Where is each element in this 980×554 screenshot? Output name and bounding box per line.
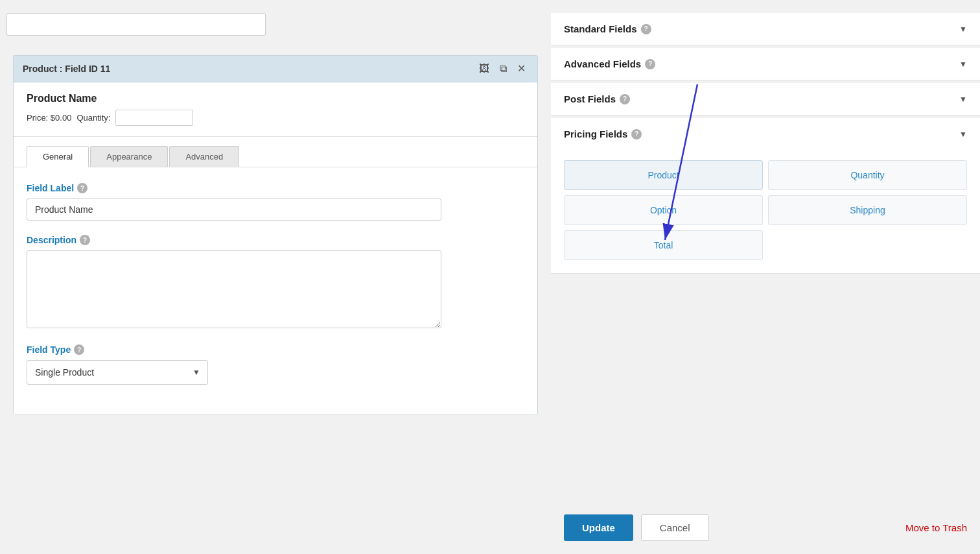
advanced-fields-chevron-icon: ▼ [959, 60, 967, 69]
pricing-total-button[interactable]: Total [564, 230, 763, 260]
field-preview-price: Price: $0.00 Quantity: [27, 110, 524, 126]
price-label: Price: $0.00 [27, 113, 71, 123]
quantity-label: Quantity: [76, 113, 110, 123]
pricing-product-button[interactable]: Product [564, 160, 763, 190]
description-help-icon[interactable]: ? [80, 235, 90, 245]
close-icon-button[interactable]: ✕ [515, 62, 528, 75]
pricing-quantity-button[interactable]: Quantity [768, 160, 967, 190]
field-type-group: Field Type ? Single Product Multiple Pro… [27, 344, 524, 385]
field-editor-title: Product : Field ID 11 [23, 64, 110, 74]
post-fields-header[interactable]: Post Fields ? ▼ [551, 83, 980, 115]
field-preview-name: Product Name [27, 93, 524, 104]
pricing-shipping-button[interactable]: Shipping [768, 195, 967, 225]
field-type-select-wrapper: Single Product Multiple Products Subscri… [27, 360, 208, 385]
standard-fields-help-icon[interactable]: ? [641, 24, 651, 34]
field-label-help-icon[interactable]: ? [77, 183, 88, 193]
tabs-container: General Appearance Advanced [14, 137, 537, 167]
advanced-fields-label: Advanced Fields [564, 58, 641, 69]
field-editor-icons: 🖼 ⧉ ✕ [476, 62, 528, 75]
search-bar[interactable] [6, 13, 266, 36]
left-panel: Product : Field ID 11 🖼 ⧉ ✕ Product Name… [0, 0, 551, 554]
pricing-fields-label: Pricing Fields [564, 128, 627, 139]
pricing-fields-help-icon[interactable]: ? [631, 129, 642, 139]
cancel-button[interactable]: Cancel [641, 514, 709, 541]
field-label-group: Field Label ? [27, 183, 524, 221]
field-label-input[interactable] [27, 199, 441, 221]
update-button[interactable]: Update [564, 514, 633, 541]
standard-fields-header[interactable]: Standard Fields ? ▼ [551, 13, 980, 45]
standard-fields-label: Standard Fields [564, 23, 637, 34]
post-fields-header-left: Post Fields ? [564, 93, 630, 104]
pricing-fields-section: Pricing Fields ? ▼ Product Quantity Opti… [551, 118, 980, 274]
description-label: Description ? [27, 235, 524, 245]
bottom-actions: Update Cancel Move to Trash [551, 501, 980, 554]
tab-general[interactable]: General [27, 146, 89, 167]
description-group: Description ? [27, 235, 524, 330]
quantity-input[interactable] [115, 110, 193, 126]
advanced-fields-header[interactable]: Advanced Fields ? ▼ [551, 48, 980, 80]
move-to-trash-button[interactable]: Move to Trash [905, 522, 967, 533]
right-panel: Standard Fields ? ▼ Advanced Fields ? ▼ … [551, 0, 980, 554]
post-fields-help-icon[interactable]: ? [620, 94, 630, 104]
advanced-fields-header-left: Advanced Fields ? [564, 58, 655, 69]
advanced-fields-help-icon[interactable]: ? [645, 59, 655, 69]
field-form: Field Label ? Description ? Field Type ? [14, 167, 537, 415]
advanced-fields-section: Advanced Fields ? ▼ [551, 48, 980, 80]
pricing-option-button[interactable]: Option [564, 195, 763, 225]
tab-appearance[interactable]: Appearance [90, 146, 168, 167]
field-type-help-icon[interactable]: ? [74, 344, 84, 355]
pricing-fields-header[interactable]: Pricing Fields ? ▼ [551, 118, 980, 150]
standard-fields-header-left: Standard Fields ? [564, 23, 651, 34]
field-type-select[interactable]: Single Product Multiple Products Subscri… [27, 360, 208, 385]
post-fields-section: Post Fields ? ▼ [551, 83, 980, 115]
standard-fields-section: Standard Fields ? ▼ [551, 13, 980, 45]
post-fields-label: Post Fields [564, 93, 616, 104]
pricing-fields-chevron-icon: ▼ [959, 130, 967, 139]
screenshot-icon-button[interactable]: 🖼 [476, 62, 492, 75]
copy-icon-button[interactable]: ⧉ [497, 62, 509, 75]
field-preview: Product Name Price: $0.00 Quantity: [14, 82, 537, 137]
description-textarea[interactable] [27, 250, 441, 328]
standard-fields-chevron-icon: ▼ [959, 25, 967, 34]
pricing-fields-body: Product Quantity Option Shipping Total [551, 150, 980, 273]
field-editor-header: Product : Field ID 11 🖼 ⧉ ✕ [14, 56, 537, 82]
field-editor: Product : Field ID 11 🖼 ⧉ ✕ Product Name… [13, 55, 538, 415]
field-type-label: Field Type ? [27, 344, 524, 355]
field-label-label: Field Label ? [27, 183, 524, 193]
post-fields-chevron-icon: ▼ [959, 95, 967, 104]
tab-advanced[interactable]: Advanced [169, 146, 239, 167]
pricing-fields-header-left: Pricing Fields ? [564, 128, 642, 139]
pricing-grid: Product Quantity Option Shipping Total [564, 160, 967, 260]
